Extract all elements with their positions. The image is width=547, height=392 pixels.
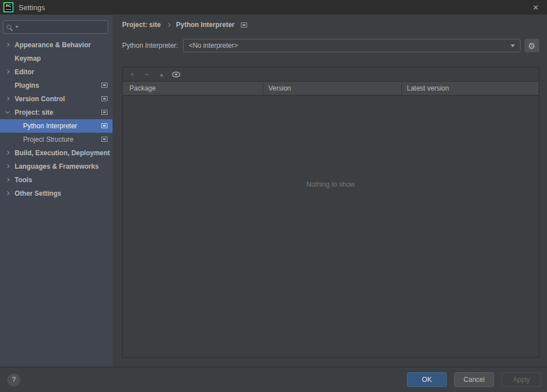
settings-page-icon: [101, 96, 107, 101]
packages-panel: + − ▲ Package Version Latest version: [122, 67, 539, 358]
sidebar-item-build-execution-deployment[interactable]: Build, Execution, Deployment: [0, 146, 113, 160]
settings-page-icon: [101, 137, 107, 142]
close-icon[interactable]: ✕: [524, 0, 547, 15]
chevron-right-icon: [6, 164, 10, 168]
apply-button[interactable]: Apply: [501, 372, 541, 387]
sidebar-item-project-structure[interactable]: Project Structure: [0, 133, 113, 146]
sidebar-item-plugins[interactable]: Plugins: [0, 79, 113, 92]
chevron-right-icon: [6, 97, 10, 101]
column-header-latest-version[interactable]: Latest version: [401, 82, 539, 95]
sidebar-item-keymap[interactable]: Keymap: [0, 52, 113, 65]
settings-content: Project: site Python Interpreter Python …: [113, 15, 547, 367]
sidebar-item-appearance-behavior[interactable]: Appearance & Behavior: [0, 38, 113, 52]
settings-page-icon: [101, 123, 107, 128]
window-title: Settings: [19, 3, 45, 12]
cancel-button[interactable]: Cancel: [454, 372, 494, 387]
titlebar: PC Settings ✕: [0, 0, 547, 15]
chevron-right-icon: [6, 70, 10, 74]
sidebar-item-version-control[interactable]: Version Control: [0, 92, 113, 106]
chevron-right-icon: [167, 22, 171, 26]
sidebar-item-editor[interactable]: Editor: [0, 65, 113, 79]
packages-table-header: Package Version Latest version: [123, 81, 539, 96]
eye-icon: [172, 71, 181, 78]
sidebar-item-other-settings[interactable]: Other Settings: [0, 187, 113, 200]
settings-page-icon: [101, 83, 107, 88]
remove-package-button[interactable]: −: [142, 70, 151, 79]
settings-dialog: PC Settings ✕ Appearance & Behavior Keym…: [0, 0, 547, 392]
chevron-right-icon: [6, 43, 10, 47]
empty-table-message: Nothing to show: [123, 181, 539, 188]
search-input[interactable]: [22, 23, 104, 31]
search-icon: [7, 25, 11, 29]
sidebar-item-tools[interactable]: Tools: [0, 173, 113, 187]
packages-table-body: Nothing to show: [123, 96, 539, 357]
combo-arrow-icon: [510, 44, 515, 47]
add-package-button[interactable]: +: [128, 70, 137, 79]
chevron-down-icon: [6, 110, 10, 114]
chevron-right-icon: [6, 191, 10, 195]
chevron-right-icon: [6, 178, 10, 182]
packages-toolbar: + − ▲: [123, 67, 539, 81]
column-header-package[interactable]: Package: [123, 82, 263, 95]
upgrade-package-button[interactable]: ▲: [157, 70, 166, 79]
gear-icon: ⚙: [528, 42, 535, 50]
settings-page-icon: [241, 22, 247, 28]
ok-button[interactable]: OK: [407, 372, 447, 387]
pycharm-logo-icon: PC: [3, 2, 14, 12]
interpreter-selected-value: <No interpreter>: [189, 42, 237, 49]
interpreter-label: Python Interpreter:: [122, 42, 178, 49]
show-early-releases-button[interactable]: [172, 70, 181, 79]
breadcrumb-project-site[interactable]: Project: site: [122, 21, 161, 29]
settings-page-icon: [101, 110, 107, 115]
breadcrumb: Project: site Python Interpreter: [122, 19, 247, 30]
dialog-footer: ? OK Cancel Apply: [0, 367, 547, 392]
column-header-version[interactable]: Version: [263, 82, 401, 95]
minus-icon: −: [145, 70, 149, 79]
settings-search-box[interactable]: [3, 20, 108, 34]
settings-sidebar: Appearance & Behavior Keymap Editor Plug…: [0, 15, 113, 367]
sidebar-item-languages-frameworks[interactable]: Languages & Frameworks: [0, 160, 113, 173]
settings-tree: Appearance & Behavior Keymap Editor Plug…: [0, 38, 113, 200]
chevron-right-icon: [6, 151, 10, 155]
help-icon: ?: [12, 376, 16, 384]
sidebar-item-python-interpreter[interactable]: Python Interpreter: [0, 119, 113, 133]
upgrade-icon: ▲: [159, 71, 164, 78]
help-button[interactable]: ?: [7, 373, 20, 386]
interpreter-select[interactable]: <No interpreter>: [183, 39, 521, 52]
interpreter-gear-button[interactable]: ⚙: [524, 39, 539, 52]
search-history-icon[interactable]: [15, 26, 19, 28]
sidebar-item-project-site[interactable]: Project: site: [0, 106, 113, 119]
plus-icon: +: [130, 70, 134, 79]
breadcrumb-python-interpreter[interactable]: Python Interpreter: [176, 21, 235, 29]
